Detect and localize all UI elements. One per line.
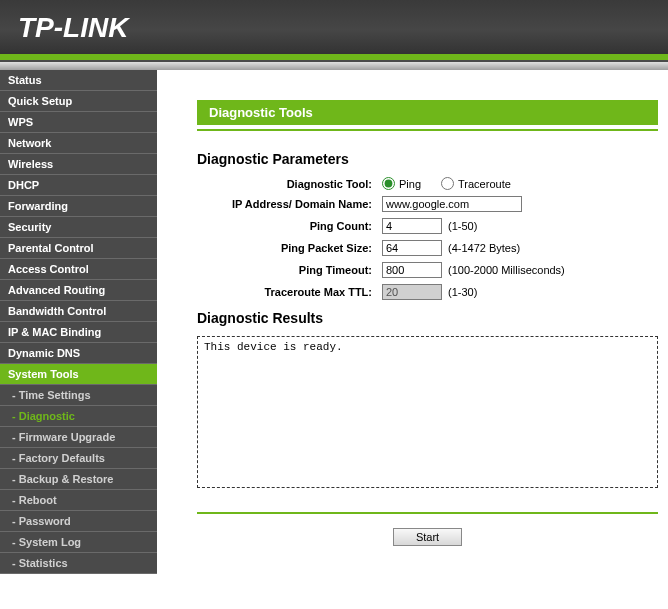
radio-traceroute[interactable] (441, 177, 454, 190)
label-packet-size: Ping Packet Size: (197, 242, 382, 254)
input-ping-timeout[interactable] (382, 262, 442, 278)
input-max-ttl (382, 284, 442, 300)
sidebar: Status Quick Setup WPS Network Wireless … (0, 70, 157, 574)
radio-ping[interactable] (382, 177, 395, 190)
input-ping-count[interactable] (382, 218, 442, 234)
results-box: This device is ready. (197, 336, 658, 488)
hint-max-ttl: (1-30) (448, 286, 477, 298)
radio-ping-label[interactable]: Ping (382, 177, 421, 190)
sidebar-item-wireless[interactable]: Wireless (0, 154, 157, 175)
start-button[interactable]: Start (393, 528, 462, 546)
row-max-ttl: Traceroute Max TTL: (1-30) (197, 284, 658, 300)
parameters-section-title: Diagnostic Parameters (197, 151, 658, 167)
sidebar-item-network[interactable]: Network (0, 133, 157, 154)
sidebar-sub-backup-restore[interactable]: - Backup & Restore (0, 469, 157, 490)
sidebar-sub-system-log[interactable]: - System Log (0, 532, 157, 553)
page-title: Diagnostic Tools (197, 100, 658, 125)
row-diagnostic-tool: Diagnostic Tool: Ping Traceroute (197, 177, 658, 190)
content: Diagnostic Tools Diagnostic Parameters D… (157, 70, 668, 574)
sidebar-item-advanced-routing[interactable]: Advanced Routing (0, 280, 157, 301)
sidebar-item-dynamic-dns[interactable]: Dynamic DNS (0, 343, 157, 364)
sidebar-item-system-tools[interactable]: System Tools (0, 364, 157, 385)
sidebar-item-wps[interactable]: WPS (0, 112, 157, 133)
input-ip-address[interactable] (382, 196, 522, 212)
hint-packet-size: (4-1472 Bytes) (448, 242, 520, 254)
radio-traceroute-label[interactable]: Traceroute (441, 177, 511, 190)
row-ping-count: Ping Count: (1-50) (197, 218, 658, 234)
separator-hr (197, 512, 658, 514)
input-packet-size[interactable] (382, 240, 442, 256)
label-ping-count: Ping Count: (197, 220, 382, 232)
button-row: Start (197, 528, 658, 546)
radio-ping-text: Ping (399, 178, 421, 190)
results-section-title: Diagnostic Results (197, 310, 658, 326)
label-ping-timeout: Ping Timeout: (197, 264, 382, 276)
row-packet-size: Ping Packet Size: (4-1472 Bytes) (197, 240, 658, 256)
sidebar-item-access-control[interactable]: Access Control (0, 259, 157, 280)
sidebar-sub-firmware-upgrade[interactable]: - Firmware Upgrade (0, 427, 157, 448)
row-ip-address: IP Address/ Domain Name: (197, 196, 658, 212)
sidebar-item-forwarding[interactable]: Forwarding (0, 196, 157, 217)
sidebar-item-quick-setup[interactable]: Quick Setup (0, 91, 157, 112)
sidebar-item-ip-mac-binding[interactable]: IP & MAC Binding (0, 322, 157, 343)
header: TP-LINK (0, 0, 668, 62)
radio-traceroute-text: Traceroute (458, 178, 511, 190)
hint-ping-timeout: (100-2000 Milliseconds) (448, 264, 565, 276)
hint-ping-count: (1-50) (448, 220, 477, 232)
sidebar-item-bandwidth-control[interactable]: Bandwidth Control (0, 301, 157, 322)
label-diagnostic-tool: Diagnostic Tool: (197, 178, 382, 190)
sidebar-sub-diagnostic[interactable]: - Diagnostic (0, 406, 157, 427)
row-ping-timeout: Ping Timeout: (100-2000 Milliseconds) (197, 262, 658, 278)
sidebar-sub-factory-defaults[interactable]: - Factory Defaults (0, 448, 157, 469)
title-underline (197, 129, 658, 131)
label-max-ttl: Traceroute Max TTL: (197, 286, 382, 298)
sidebar-sub-password[interactable]: - Password (0, 511, 157, 532)
logo: TP-LINK (0, 0, 668, 44)
sidebar-item-security[interactable]: Security (0, 217, 157, 238)
sidebar-sub-statistics[interactable]: - Statistics (0, 553, 157, 574)
sidebar-item-dhcp[interactable]: DHCP (0, 175, 157, 196)
header-accent-stripe (0, 54, 668, 60)
sidebar-item-status[interactable]: Status (0, 70, 157, 91)
sidebar-sub-reboot[interactable]: - Reboot (0, 490, 157, 511)
sidebar-sub-time-settings[interactable]: - Time Settings (0, 385, 157, 406)
label-ip-address: IP Address/ Domain Name: (197, 198, 382, 210)
sidebar-item-parental-control[interactable]: Parental Control (0, 238, 157, 259)
separator-bar (0, 62, 668, 70)
